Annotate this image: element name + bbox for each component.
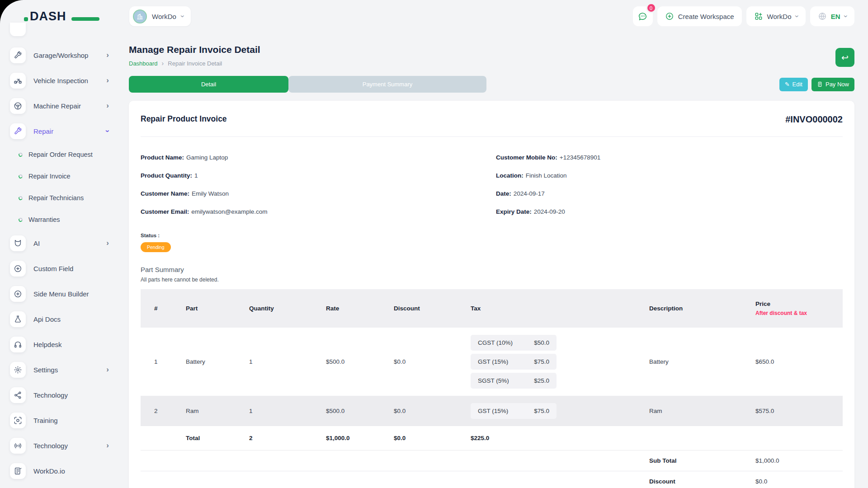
sidebar-subitem-repair-invoice[interactable]: Repair Invoice — [0, 165, 129, 187]
sidebar-item-ai[interactable]: AI › — [0, 230, 129, 256]
sidebar-subitem-repair-technicians[interactable]: Repair Technicians — [0, 187, 129, 209]
cell-description: Battery — [636, 328, 742, 396]
sidebar-item-label: Technology — [33, 442, 68, 450]
sidebar-item-machine-repair[interactable]: Machine Repair › — [0, 93, 129, 118]
field-label: Customer Name: — [141, 190, 189, 197]
sidebar-item-label: Settings — [33, 366, 58, 374]
chevron-right-icon: › — [106, 101, 109, 110]
sidebar-item-label: WorkDo.io — [33, 467, 65, 475]
brand-logo[interactable]: DASH — [30, 9, 88, 23]
edit-label: Edit — [793, 81, 802, 88]
subtotal-row: Sub Total $1,000.0 — [141, 450, 843, 471]
invoice-fields-right: Customer Mobile No:+12345678901 Location… — [496, 154, 843, 226]
field-product-name: Product Name:Gaming Laptop — [141, 154, 496, 161]
sidebar-subitem-warranties[interactable]: Warranties — [0, 209, 129, 230]
chevron-down-icon: › — [103, 130, 112, 132]
sidebar-item-label: Vehicle Inspection — [33, 77, 88, 84]
sidebar-item-training[interactable]: Training — [0, 408, 129, 433]
cell-price: $650.0 — [742, 328, 843, 396]
bullet-icon — [18, 174, 23, 178]
invoice-card-header: Repair Product Invoice #INVO000002 — [141, 114, 843, 137]
wrench-icon — [10, 123, 26, 139]
grid-plus-icon — [754, 12, 763, 21]
back-button[interactable]: ↩ — [835, 48, 854, 67]
tax-chip: SGST (5%) $25.0 — [471, 373, 557, 389]
field-value: Emily Watson — [192, 190, 229, 197]
field-label: Customer Email: — [141, 208, 189, 215]
breadcrumb-current: Repair Invoice Detail — [168, 60, 222, 67]
cell-total-quantity: 2 — [236, 426, 312, 450]
parts-tbody: 1 Battery 1 $500.0 $0.0 CGST (10%) $50.0… — [141, 328, 843, 488]
cell-price: $575.0 — [742, 396, 843, 426]
motorcycle-icon — [10, 73, 26, 89]
create-workspace-button[interactable]: Create Workspace — [657, 6, 742, 26]
header-price: Price After discount & tax — [742, 289, 843, 328]
cell-discount-label: Discount — [636, 471, 742, 488]
cell-quantity: 1 — [236, 328, 312, 396]
sidebar-item-side-menu-builder[interactable]: Side Menu Builder — [0, 281, 129, 306]
cell-total-label: Total — [172, 426, 236, 450]
field-value: 2024-09-17 — [514, 190, 545, 197]
sidebar-item-garage-workshop[interactable]: Garage/Workshop › — [0, 42, 129, 68]
sidebar-item-label: Helpdesk — [33, 341, 62, 348]
field-label: Customer Mobile No: — [496, 154, 557, 161]
page-title-block: Manage Repair Invoice Detail Dashboard ›… — [129, 44, 260, 67]
doc-icon — [10, 463, 26, 479]
chevron-down-icon: › — [793, 15, 801, 17]
tab-detail[interactable]: Detail — [129, 76, 288, 93]
workspace-switcher[interactable]: WorkDo › — [129, 6, 191, 26]
tax-name: SGST (5%) — [478, 377, 509, 384]
edit-button[interactable]: ✎ Edit — [779, 78, 808, 91]
sidebar-item-settings[interactable]: Settings › — [0, 357, 129, 382]
messages-count-badge: 0 — [646, 3, 656, 13]
field-customer-mobile: Customer Mobile No:+12345678901 — [496, 154, 843, 161]
topbar: DASH WorkDo › 0 — [0, 0, 868, 33]
sidebar-item-label: Api Docs — [33, 315, 61, 323]
tax-name: CGST (10%) — [478, 339, 513, 346]
breadcrumb-dashboard-link[interactable]: Dashboard — [129, 60, 158, 67]
flask-icon — [10, 311, 26, 327]
globe-icon — [818, 12, 827, 21]
headphones-icon — [10, 337, 26, 352]
tab-payment-summary[interactable]: Payment Summary — [288, 76, 486, 93]
sidebar-item-technology[interactable]: Technology › — [0, 433, 129, 458]
cell-part: Battery — [172, 328, 236, 396]
field-location: Location:Finish Location — [496, 172, 843, 179]
sidebar-item-helpdesk[interactable]: Helpdesk — [0, 332, 129, 357]
chevron-right-icon: › — [106, 51, 109, 60]
field-customer-name: Customer Name:Emily Watson — [141, 190, 496, 197]
tax-amount: $75.0 — [534, 408, 549, 414]
sidebar-item-custom-field[interactable]: Custom Field — [0, 256, 129, 281]
messages-button[interactable]: 0 — [633, 6, 653, 26]
chat-icon — [637, 11, 648, 22]
cell-discount: $0.0 — [380, 396, 457, 426]
logo-text: DASH — [30, 9, 66, 23]
field-label: Expiry Date: — [496, 208, 532, 215]
field-expiry-date: Expiry Date:2024-09-20 — [496, 208, 843, 215]
header-price-label: Price — [755, 300, 838, 307]
pay-now-label: Pay Now — [826, 81, 849, 88]
app-screen: DASH WorkDo › 0 — [0, 0, 868, 488]
part-summary-note: All parts here cannot be deleted. — [141, 277, 843, 283]
cell-rate: $500.0 — [312, 396, 380, 426]
cell-total-discount: $0.0 — [380, 426, 457, 450]
sidebar-item-label: Side Menu Builder — [33, 290, 89, 298]
header-tax: Tax — [457, 289, 636, 328]
tax-amount: $25.0 — [534, 377, 549, 384]
invoice-card: Repair Product Invoice #INVO000002 Produ… — [129, 101, 854, 488]
sidebar-item-workdo-io[interactable]: WorkDo.io — [0, 458, 129, 483]
sidebar-item-repair[interactable]: Repair › — [0, 118, 129, 144]
sidebar-item-vehicle-inspection[interactable]: Vehicle Inspection › — [0, 68, 129, 93]
logo-bar-icon — [71, 17, 99, 21]
sidebar-item-api-docs[interactable]: Api Docs — [0, 306, 129, 332]
invoice-actions: ✎ Edit Pay Now — [779, 78, 854, 91]
sidebar-item-technology[interactable]: Technology — [0, 382, 129, 408]
pay-now-button[interactable]: Pay Now — [811, 78, 854, 91]
logo-dot-icon — [24, 17, 28, 21]
sidebar-subitem-repair-order-request[interactable]: Repair Order Request — [0, 144, 129, 165]
topbar-actions: 0 Create Workspace WorkDo › — [633, 6, 854, 26]
sidebar-item-label: Repair — [33, 127, 53, 135]
language-selector[interactable]: EN › — [810, 6, 854, 26]
tax-name: GST (15%) — [478, 358, 508, 365]
workdo-menu-button[interactable]: WorkDo › — [746, 6, 806, 26]
